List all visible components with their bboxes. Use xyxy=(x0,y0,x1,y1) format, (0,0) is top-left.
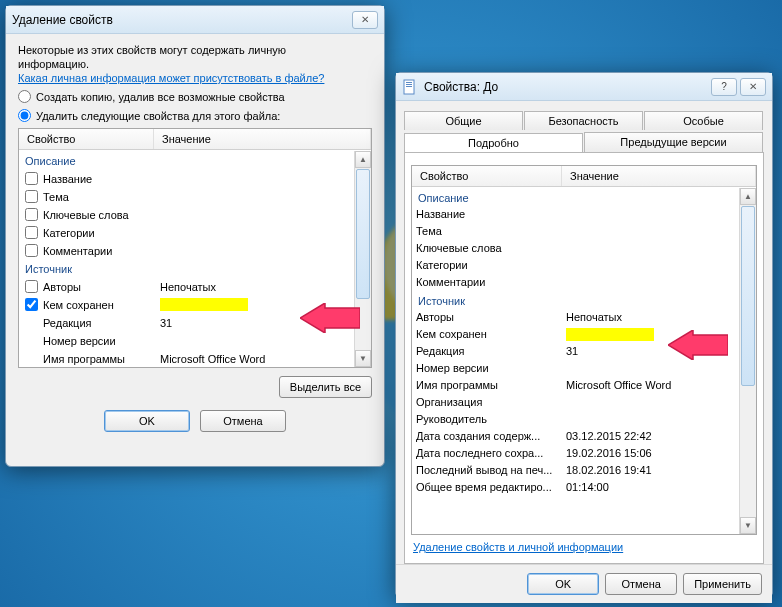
property-name: Общее время редактиро... xyxy=(416,481,566,496)
property-value: 03.12.2015 22:42 xyxy=(566,430,752,445)
tab-Предыдущие версии[interactable]: Предыдущие версии xyxy=(584,132,763,152)
scrollbar[interactable]: ▲ ▼ xyxy=(354,151,371,367)
property-row[interactable]: Последний вывод на печ...18.02.2016 19:4… xyxy=(412,463,756,480)
group-label: Описание xyxy=(19,152,371,170)
property-row[interactable]: Номер версии xyxy=(412,361,756,378)
radio-remove-selected[interactable]: Удалить следующие свойства для этого фай… xyxy=(18,109,372,122)
apply-button[interactable]: Применить xyxy=(683,573,762,595)
property-row[interactable]: Общее время редактиро...01:14:00 xyxy=(412,480,756,497)
titlebar[interactable]: Удаление свойств ✕ xyxy=(6,6,384,34)
property-row[interactable]: АвторыНепочатых xyxy=(412,310,756,327)
property-row[interactable]: Категории xyxy=(412,258,756,275)
file-icon xyxy=(402,79,418,95)
titlebar[interactable]: Свойства: До ? ✕ xyxy=(396,73,772,101)
ok-button[interactable]: OK xyxy=(527,573,599,595)
close-button[interactable]: ✕ xyxy=(740,78,766,96)
properties-list: Свойство Значение ОписаниеНазваниеТемаКл… xyxy=(18,128,372,368)
col-value[interactable]: Значение xyxy=(562,166,756,186)
scroll-down-arrow[interactable]: ▼ xyxy=(740,517,756,534)
col-property[interactable]: Свойство xyxy=(412,166,562,186)
property-row[interactable]: Название xyxy=(412,207,756,224)
scroll-thumb[interactable] xyxy=(741,206,755,386)
col-property[interactable]: Свойство xyxy=(19,129,154,149)
property-row[interactable]: Имя программыMicrosoft Office Word xyxy=(412,378,756,395)
tab-Подробно[interactable]: Подробно xyxy=(404,133,583,153)
property-name: Дата последнего сохра... xyxy=(416,447,566,462)
property-row[interactable]: Ключевые слова xyxy=(19,206,371,224)
property-row[interactable]: Редакция31 xyxy=(19,314,371,332)
scroll-down-arrow[interactable]: ▼ xyxy=(355,350,371,367)
property-name: Авторы xyxy=(416,311,566,326)
property-row[interactable]: Ключевые слова xyxy=(412,241,756,258)
radio-remove-selected-label: Удалить следующие свойства для этого фай… xyxy=(36,110,280,122)
property-name: Категории xyxy=(43,227,160,239)
file-properties-dialog: Свойства: До ? ✕ ОбщиеБезопасностьОсобые… xyxy=(395,72,773,598)
tab-Безопасность[interactable]: Безопасность xyxy=(524,111,643,130)
property-checkbox[interactable] xyxy=(25,298,38,311)
property-row[interactable]: Название xyxy=(19,170,371,188)
personal-info-link[interactable]: Какая личная информация может присутство… xyxy=(18,72,372,84)
scrollbar[interactable]: ▲ ▼ xyxy=(739,188,756,534)
property-row[interactable]: Комментарии xyxy=(412,275,756,292)
property-value xyxy=(566,396,752,411)
select-all-button[interactable]: Выделить все xyxy=(279,376,372,398)
tab-Особые[interactable]: Особые xyxy=(644,111,763,130)
info-line1: Некоторые из этих свойств могут содержат… xyxy=(18,44,372,56)
property-name: Последний вывод на печ... xyxy=(416,464,566,479)
radio-remove-selected-input[interactable] xyxy=(18,109,31,122)
property-value xyxy=(566,259,752,274)
property-value xyxy=(566,276,752,291)
property-checkbox[interactable] xyxy=(25,244,38,257)
group-label: Источник xyxy=(412,292,756,310)
list-content: ОписаниеНазваниеТемаКлючевые словаКатего… xyxy=(412,187,756,499)
radio-create-copy[interactable]: Создать копию, удалив все возможные свой… xyxy=(18,90,372,103)
cancel-button[interactable]: Отмена xyxy=(200,410,286,432)
dialog-footer: OK Отмена Применить xyxy=(396,564,772,603)
property-checkbox[interactable] xyxy=(25,190,38,203)
property-checkbox[interactable] xyxy=(25,280,38,293)
ok-button[interactable]: OK xyxy=(104,410,190,432)
tabs: ОбщиеБезопасностьОсобые ПодробноПредыдущ… xyxy=(402,105,766,152)
property-row[interactable]: Тема xyxy=(19,188,371,206)
property-name: Кем сохранен xyxy=(416,328,566,343)
property-row[interactable]: Редакция31 xyxy=(412,344,756,361)
info-line2: информацию. xyxy=(18,58,372,70)
property-row[interactable]: Дата создания содерж...03.12.2015 22:42 xyxy=(412,429,756,446)
radio-create-copy-input[interactable] xyxy=(18,90,31,103)
property-row[interactable]: Руководитель xyxy=(412,412,756,429)
scroll-up-arrow[interactable]: ▲ xyxy=(740,188,756,205)
property-value xyxy=(566,225,752,240)
property-row[interactable]: Организация xyxy=(412,395,756,412)
property-checkbox[interactable] xyxy=(25,172,38,185)
property-name: Имя программы xyxy=(416,379,566,394)
tab-panel: Свойство Значение ОписаниеНазваниеТемаКл… xyxy=(404,152,764,564)
property-row[interactable]: АвторыНепочатых xyxy=(19,278,371,296)
property-row[interactable]: Комментарии xyxy=(19,242,371,260)
property-row[interactable]: Кем сохранен xyxy=(19,296,371,314)
property-checkbox[interactable] xyxy=(25,226,38,239)
property-value: Microsoft Office Word xyxy=(566,379,752,394)
property-checkbox[interactable] xyxy=(25,208,38,221)
property-row[interactable]: Кем сохранен xyxy=(412,327,756,344)
property-name: Руководитель xyxy=(416,413,566,428)
scroll-up-arrow[interactable]: ▲ xyxy=(355,151,371,168)
property-value xyxy=(566,362,752,377)
radio-create-copy-label: Создать копию, удалив все возможные свой… xyxy=(36,91,285,103)
scroll-thumb[interactable] xyxy=(356,169,370,299)
tab-Общие[interactable]: Общие xyxy=(404,111,523,130)
property-value xyxy=(566,413,752,428)
cancel-button[interactable]: Отмена xyxy=(605,573,677,595)
property-row[interactable]: Номер версии xyxy=(19,332,371,350)
property-value xyxy=(566,328,752,343)
col-value[interactable]: Значение xyxy=(154,129,371,149)
close-button[interactable]: ✕ xyxy=(352,11,378,29)
property-row[interactable]: Тема xyxy=(412,224,756,241)
property-row[interactable]: Категории xyxy=(19,224,371,242)
remove-properties-link[interactable]: Удаление свойств и личной информации xyxy=(413,541,623,553)
property-name: Дата создания содерж... xyxy=(416,430,566,445)
property-row[interactable]: Дата последнего сохра...19.02.2016 15:06 xyxy=(412,446,756,463)
property-row[interactable]: Имя программыMicrosoft Office Word xyxy=(19,350,371,368)
window-title: Удаление свойств xyxy=(12,13,349,27)
help-button[interactable]: ? xyxy=(711,78,737,96)
svg-rect-1 xyxy=(406,82,412,83)
